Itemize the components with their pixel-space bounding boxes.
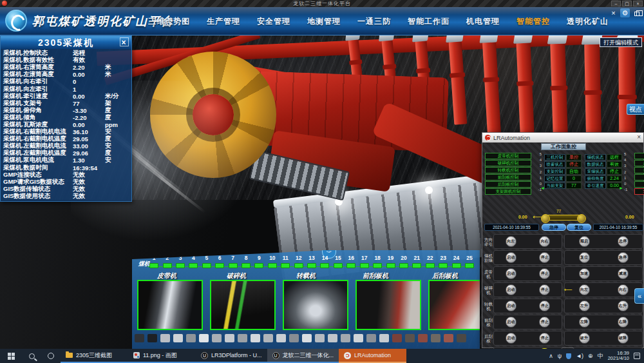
- round-button[interactable]: 总停: [618, 236, 629, 247]
- support-indicator-5[interactable]: 5: [200, 255, 213, 268]
- filmstrip-thumb-9[interactable]: [251, 334, 260, 342]
- green-button-left-5[interactable]: 支架跟机控制: [485, 188, 531, 195]
- filmstrip-thumb-2[interactable]: [160, 334, 170, 342]
- taskbar-app-0[interactable]: 2305三维截图: [61, 349, 128, 363]
- support-indicator-20[interactable]: 20: [397, 255, 410, 268]
- round-button[interactable]: 向右: [618, 284, 629, 295]
- support-indicator-9[interactable]: 9: [252, 255, 265, 268]
- nav-item-3[interactable]: 地测管理: [307, 16, 341, 27]
- minimize-button[interactable]: –: [611, 1, 621, 6]
- filmstrip-thumb-13[interactable]: [302, 334, 312, 342]
- network-icon[interactable]: ⊕: [588, 349, 593, 363]
- support-indicator-16[interactable]: 16: [345, 255, 357, 268]
- green-button-left-0[interactable]: 皮带机控制: [485, 153, 531, 159]
- start-button[interactable]: [0, 353, 22, 360]
- round-button[interactable]: 加速: [579, 268, 590, 279]
- filmstrip-thumb-5[interactable]: [199, 334, 209, 342]
- volume-icon[interactable]: ◄): [576, 349, 583, 363]
- support-indicator-23[interactable]: 23: [437, 255, 450, 268]
- nav-item-7[interactable]: 智能管控: [516, 16, 550, 27]
- nav-item-8[interactable]: 透明化矿山: [567, 16, 609, 27]
- edit-mode-button[interactable]: 打开编辑模式: [600, 37, 642, 47]
- nav-item-0[interactable]: 三维态势图: [148, 16, 190, 27]
- support-indicator-14[interactable]: 14: [318, 255, 331, 268]
- support-indicator-19[interactable]: 19: [384, 255, 397, 268]
- filmstrip-thumb-3[interactable]: [173, 334, 183, 342]
- round-button[interactable]: 停止: [539, 300, 550, 311]
- camera-thumbnail-2[interactable]: [283, 280, 348, 330]
- lrautomation-titlebar[interactable]: LRAutomation ×: [482, 133, 643, 142]
- lrautomation-close-icon[interactable]: ×: [637, 133, 641, 141]
- filmstrip-thumb-8[interactable]: [238, 334, 247, 342]
- filmstrip-thumb-15[interactable]: [328, 334, 337, 342]
- round-button[interactable]: 向左: [579, 284, 590, 295]
- filmstrip-thumb-22[interactable]: [418, 334, 428, 342]
- round-button[interactable]: 右升: [618, 300, 629, 311]
- alarm-button[interactable]: 急停报警 ⚠: [634, 188, 644, 195]
- filmstrip-thumb-20[interactable]: [392, 334, 402, 342]
- window-restore-icon[interactable]: [632, 8, 641, 17]
- green-button-right-2[interactable]: 右截割跟机: [634, 167, 644, 173]
- green-button-right-1[interactable]: 左截割跟机: [634, 160, 644, 166]
- maximize-button[interactable]: ▢: [622, 1, 632, 6]
- filmstrip-thumb-10[interactable]: [263, 334, 273, 342]
- support-indicator-24[interactable]: 24: [450, 255, 462, 268]
- filmstrip-thumb-12[interactable]: [289, 334, 299, 342]
- round-button[interactable]: 复位: [579, 252, 590, 263]
- round-button[interactable]: 减速: [618, 268, 629, 279]
- round-button[interactable]: 左升: [579, 300, 590, 311]
- round-button[interactable]: 启动: [506, 300, 516, 311]
- panel-collapse-tab[interactable]: «: [634, 288, 644, 304]
- camera-thumbnail-0[interactable]: [137, 280, 203, 330]
- round-button[interactable]: 停止: [539, 284, 550, 295]
- camera-thumbnail-3[interactable]: [355, 280, 421, 330]
- workface-control-tab[interactable]: 工作面集控: [541, 143, 586, 150]
- panel-close-icon[interactable]: ×: [120, 37, 129, 46]
- support-indicator-12[interactable]: 12: [292, 255, 305, 268]
- taskbar-clock[interactable]: 16:392021/4/10: [608, 351, 629, 361]
- round-button[interactable]: 急停: [618, 252, 629, 263]
- support-indicator-17[interactable]: 17: [358, 255, 371, 268]
- filmstrip-thumb-14[interactable]: [315, 334, 325, 342]
- taskbar-app-2[interactable]: ULR3DPlatform - U...: [196, 349, 267, 363]
- support-indicator-21[interactable]: 21: [410, 255, 423, 268]
- support-indicator-13[interactable]: 13: [305, 255, 318, 268]
- round-button[interactable]: 停止: [539, 333, 550, 344]
- green-button-left-4[interactable]: 后刮板控制: [485, 181, 531, 188]
- support-indicator-4[interactable]: 4: [187, 255, 200, 268]
- green-button-left-1[interactable]: 破碎机控制: [485, 160, 531, 166]
- filmstrip-thumb-21[interactable]: [405, 334, 415, 342]
- taskbar-app-1[interactable]: 11.png - 画图: [128, 349, 196, 363]
- filmstrip-thumb-24[interactable]: [444, 334, 453, 342]
- camera-thumbnail-1[interactable]: [210, 280, 276, 330]
- round-button[interactable]: 启动: [506, 268, 516, 279]
- green-button-right-4[interactable]: 喷雾跟机: [634, 181, 644, 188]
- reset-button[interactable]: 复位: [567, 224, 591, 231]
- filmstrip-thumb-16[interactable]: [341, 334, 350, 342]
- green-button-left-2[interactable]: 转载机控制: [485, 167, 531, 173]
- filmstrip-thumb-17[interactable]: [354, 334, 363, 342]
- support-indicator-15[interactable]: 15: [332, 255, 345, 268]
- filmstrip-thumb-11[interactable]: [276, 334, 286, 342]
- support-indicator-18[interactable]: 18: [371, 255, 384, 268]
- cortana-icon[interactable]: [41, 353, 61, 359]
- search-icon[interactable]: [22, 353, 41, 359]
- green-button-right-3[interactable]: 支架跟机: [634, 174, 644, 181]
- tools-icon[interactable]: ×: [609, 8, 618, 17]
- support-indicator-8[interactable]: 8: [240, 255, 252, 268]
- round-button[interactable]: 停止: [539, 252, 550, 263]
- estop-button[interactable]: 急停: [542, 224, 566, 231]
- filmstrip-thumb-6[interactable]: [212, 334, 222, 342]
- support-indicator-22[interactable]: 22: [424, 255, 437, 268]
- support-indicator-25[interactable]: 25: [463, 255, 476, 268]
- viewpoint-tab[interactable]: 视点: [627, 104, 644, 115]
- notification-icon[interactable]: [634, 353, 640, 359]
- security-shield-icon[interactable]: [566, 353, 571, 359]
- green-button-right-0[interactable]: 煤机跟机: [634, 153, 644, 159]
- close-button[interactable]: ×: [633, 1, 643, 6]
- nav-item-4[interactable]: 一通三防: [357, 16, 391, 27]
- round-button[interactable]: 向右: [539, 236, 550, 247]
- filmstrip-thumb-23[interactable]: [431, 334, 440, 342]
- filmstrip-thumb-4[interactable]: [186, 334, 196, 342]
- round-button[interactable]: 右降: [618, 317, 629, 328]
